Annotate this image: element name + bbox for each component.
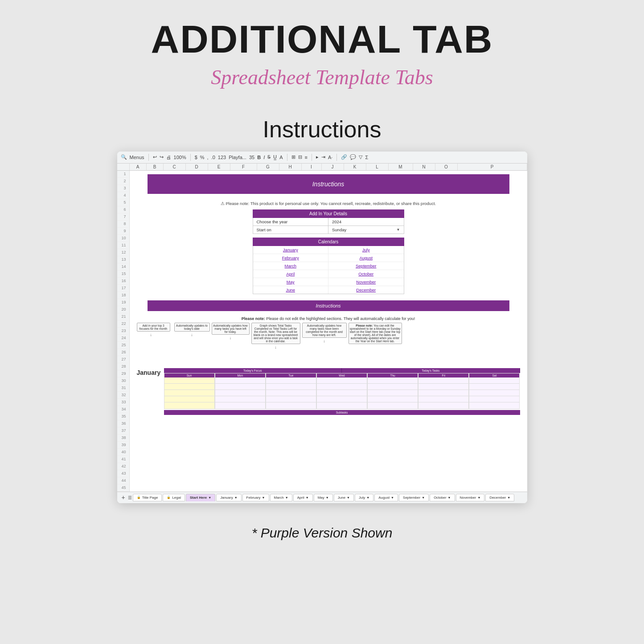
mini-cal-thu-col: Thu bbox=[367, 373, 418, 409]
subtitle: Spreadsheet Template Tabs bbox=[0, 66, 644, 89]
row-numbers: 1 2 3 4 5 6 7 8 9 10 11 12 13 14 15 16 1… bbox=[117, 171, 130, 492]
tab-december[interactable]: December ▼ bbox=[485, 494, 514, 501]
toolbar-more[interactable]: ▸ bbox=[316, 154, 319, 160]
cal-january[interactable]: January bbox=[253, 246, 329, 254]
add-tab-button[interactable]: + bbox=[120, 494, 127, 501]
calendars-header: Calendars bbox=[253, 238, 404, 246]
cal-april[interactable]: April bbox=[253, 270, 329, 278]
page-header: ADDITIONAL TAB Spreadsheet Template Tabs bbox=[0, 0, 644, 98]
toolbar-decimal[interactable]: .0 bbox=[211, 155, 215, 160]
tab-january[interactable]: January ▼ bbox=[216, 494, 241, 501]
tab-legal[interactable]: 🔒 Legal bbox=[163, 494, 185, 501]
cal-october[interactable]: October bbox=[328, 270, 404, 278]
year-value[interactable]: 2024 bbox=[328, 218, 404, 226]
toolbar-print[interactable]: 🖨 bbox=[166, 155, 171, 160]
lock-icon-legal: 🔒 bbox=[167, 496, 171, 499]
ss-toolbar: 🔍 Menus ↩ ↪ 🖨 100% $ % , .0 123 Playfa..… bbox=[117, 152, 527, 164]
toolbar-fontsize[interactable]: 35 bbox=[249, 155, 254, 160]
dropdown-arrow[interactable]: ▼ bbox=[397, 228, 400, 232]
tab-apr-arrow[interactable]: ▼ bbox=[306, 496, 309, 499]
cal-may[interactable]: May bbox=[253, 278, 329, 286]
add-details-header: Add In Your Details bbox=[253, 209, 404, 218]
tab-october-label: October bbox=[434, 496, 446, 500]
tab-feb-arrow[interactable]: ▼ bbox=[262, 496, 265, 499]
tab-july[interactable]: July ▼ bbox=[355, 494, 373, 501]
tab-february[interactable]: February ▼ bbox=[242, 494, 269, 501]
year-label: Choose the year bbox=[253, 218, 329, 226]
tab-august[interactable]: August ▼ bbox=[374, 494, 398, 501]
tab-title-page[interactable]: 🔒 Title Page bbox=[133, 494, 162, 501]
year-row: Choose the year 2024 bbox=[253, 218, 404, 226]
cal-march[interactable]: March bbox=[253, 262, 329, 270]
toolbar-align[interactable]: ≡ bbox=[305, 155, 308, 160]
toolbar-comma[interactable]: , bbox=[207, 155, 209, 160]
toolbar-comment[interactable]: 💬 bbox=[350, 154, 356, 160]
month-label: January bbox=[137, 368, 161, 376]
toolbar-underline[interactable]: U̲ bbox=[273, 154, 277, 160]
cal-december[interactable]: December bbox=[328, 286, 404, 294]
ann-tasks-completed: Automatically updates how many tasks hav… bbox=[302, 323, 347, 338]
toolbar-strikethrough[interactable]: S̶ bbox=[267, 154, 271, 160]
toolbar-sigma[interactable]: Σ bbox=[365, 155, 368, 160]
tab-jan-arrow[interactable]: ▼ bbox=[234, 496, 238, 499]
tab-start-here[interactable]: Start Here ▼ bbox=[186, 494, 215, 501]
tab-mar-arrow[interactable]: ▼ bbox=[285, 496, 288, 499]
cal-july[interactable]: July bbox=[328, 246, 404, 254]
toolbar-merge[interactable]: ⊟ bbox=[298, 154, 302, 160]
tab-august-label: August bbox=[378, 496, 390, 500]
ann-graph: Graph shows Total Tasks Completed vs Tot… bbox=[251, 323, 300, 344]
tab-oct-arrow[interactable]: ▼ bbox=[448, 496, 451, 499]
lock-icon: 🔒 bbox=[137, 496, 141, 499]
tab-aug-arrow[interactable]: ▼ bbox=[391, 496, 394, 499]
toolbar-color[interactable]: A bbox=[279, 155, 283, 160]
toolbar-zoom: 100% bbox=[174, 155, 186, 160]
cal-february[interactable]: February bbox=[253, 254, 329, 262]
cal-november[interactable]: November bbox=[328, 278, 404, 286]
search-icon: 🔍 bbox=[121, 154, 127, 160]
cal-row-1: January July bbox=[253, 246, 404, 254]
cal-september[interactable]: September bbox=[328, 262, 404, 270]
cal-august[interactable]: August bbox=[328, 254, 404, 262]
toolbar-font[interactable]: Playfa... bbox=[229, 155, 246, 160]
start-value[interactable]: Sunday ▼ bbox=[328, 226, 404, 234]
toolbar-link[interactable]: 🔗 bbox=[341, 154, 347, 160]
tab-sep-arrow[interactable]: ▼ bbox=[422, 496, 425, 499]
add-details-table: Add In Your Details Choose the year 2024… bbox=[253, 209, 404, 234]
toolbar-dollar[interactable]: $ bbox=[195, 155, 197, 160]
mini-cal-mon-col: Mon bbox=[215, 373, 266, 409]
tab-march[interactable]: March ▼ bbox=[270, 494, 292, 501]
tab-may-arrow[interactable]: ▼ bbox=[326, 496, 329, 499]
tab-jun-arrow[interactable]: ▼ bbox=[347, 496, 350, 499]
section-label: Instructions bbox=[263, 116, 381, 143]
tab-jul-arrow[interactable]: ▼ bbox=[366, 496, 369, 499]
cal-june[interactable]: June bbox=[253, 286, 329, 294]
tab-november[interactable]: November ▼ bbox=[456, 494, 485, 501]
tab-october[interactable]: October ▼ bbox=[430, 494, 455, 501]
tab-nov-arrow[interactable]: ▼ bbox=[477, 496, 480, 499]
calendars-table: Calendars January July February August M… bbox=[253, 238, 404, 294]
tab-bar: + ☰ 🔒 Title Page 🔒 Legal Start Here ▼ Ja… bbox=[117, 492, 527, 503]
toolbar-redo[interactable]: ↪ bbox=[160, 154, 164, 160]
toolbar-format[interactable]: A· bbox=[328, 155, 332, 160]
toolbar-filter[interactable]: ▽ bbox=[359, 154, 362, 160]
tab-dec-arrow[interactable]: ▼ bbox=[507, 496, 510, 499]
cal-row-3: March September bbox=[253, 262, 404, 270]
spreadsheet-mockup: 🔍 Menus ↩ ↪ 🖨 100% $ % , .0 123 Playfa..… bbox=[117, 152, 527, 503]
tab-april[interactable]: April ▼ bbox=[293, 494, 313, 501]
tab-september[interactable]: September ▼ bbox=[399, 494, 429, 501]
toolbar-italic[interactable]: I bbox=[263, 155, 265, 160]
toolbar-arrows[interactable]: ⇥ bbox=[321, 154, 325, 160]
mini-cal-day-col: Sun bbox=[164, 373, 215, 409]
start-label: Start on bbox=[253, 226, 329, 234]
tab-may[interactable]: May ▼ bbox=[314, 494, 333, 501]
tab-june[interactable]: June ▼ bbox=[334, 494, 354, 501]
toolbar-percent[interactable]: % bbox=[200, 155, 205, 160]
column-headers: A B C D E F G H I J K L M N O P bbox=[117, 164, 527, 171]
toolbar-undo[interactable]: ↩ bbox=[153, 154, 157, 160]
tab-dropdown-arrow[interactable]: ▼ bbox=[208, 496, 211, 499]
toolbar-bold[interactable]: B bbox=[257, 155, 261, 160]
ann-focuses: Add in your top 3 focuses for the month bbox=[137, 323, 170, 332]
toolbar-borders[interactable]: ⊞ bbox=[291, 154, 295, 160]
calendar-preview-area: Add in your top 3 focuses for the month … bbox=[137, 323, 520, 367]
tab-title-page-label: Title Page bbox=[142, 496, 158, 500]
